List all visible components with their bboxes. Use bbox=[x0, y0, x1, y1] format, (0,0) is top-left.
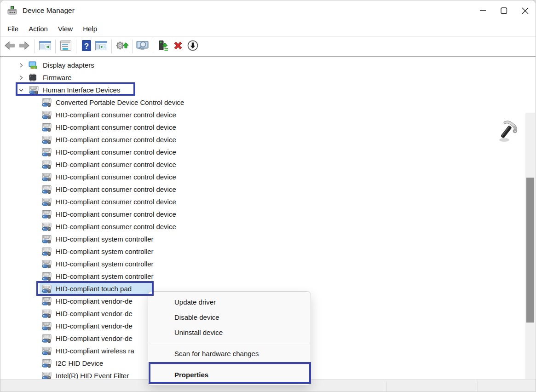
hid-icon bbox=[41, 272, 52, 281]
tree-item[interactable]: HID-compliant consumer control device bbox=[1, 220, 524, 233]
hid-icon bbox=[41, 285, 52, 293]
tree-item-label: HID-compliant consumer control device bbox=[56, 198, 176, 206]
hid-icon bbox=[41, 310, 52, 318]
toolbar-separator bbox=[35, 40, 35, 53]
tree-item[interactable]: Human Interface Devices bbox=[1, 84, 524, 96]
show-console-tree-button[interactable] bbox=[38, 39, 52, 54]
hid-icon bbox=[41, 136, 52, 144]
hid-icon bbox=[41, 322, 52, 330]
tree-item[interactable]: Converted Portable Device Control device bbox=[1, 96, 524, 109]
tree-item-label: Intel(R) HID Event Filter bbox=[56, 372, 129, 379]
hid-icon bbox=[41, 372, 52, 380]
toolbar-separator bbox=[55, 40, 56, 53]
hid-icon bbox=[29, 86, 39, 94]
context-menu: Update driverDisable deviceUninstall dev… bbox=[148, 291, 311, 386]
context-menu-item-disable-device[interactable]: Disable device bbox=[148, 310, 311, 325]
tree-item-label: HID-compliant consumer control device bbox=[56, 136, 176, 144]
tree-item[interactable]: HID-compliant consumer control device bbox=[1, 196, 524, 208]
tree-item-label: Human Interface Devices bbox=[43, 86, 120, 94]
tree-item[interactable]: Firmware bbox=[1, 71, 524, 84]
context-menu-item-update-driver[interactable]: Update driver bbox=[148, 294, 311, 310]
menu-help[interactable]: Help bbox=[78, 23, 102, 35]
minimize-button[interactable] bbox=[472, 0, 493, 21]
hid-icon bbox=[41, 359, 52, 368]
hid-icon bbox=[41, 148, 52, 156]
menu-action[interactable]: Action bbox=[23, 23, 53, 35]
update-driver-icon bbox=[157, 40, 170, 53]
update-driver-software-button[interactable] bbox=[115, 39, 129, 54]
context-menu-item-uninstall-device[interactable]: Uninstall device bbox=[148, 325, 311, 340]
hid-icon bbox=[41, 210, 52, 219]
chevron-down-icon[interactable] bbox=[17, 86, 25, 94]
properties-pane-button[interactable] bbox=[59, 39, 73, 54]
tree-item-label: HID-compliant system controller bbox=[56, 248, 154, 255]
tree-item[interactable]: HID-compliant consumer control device bbox=[1, 171, 524, 183]
chevron-right-icon[interactable] bbox=[17, 74, 25, 81]
tree-item-label: HID-compliant touch pad bbox=[56, 285, 132, 293]
tree-item[interactable]: HID-compliant consumer control device bbox=[1, 146, 524, 158]
status-bar-divider bbox=[478, 381, 478, 392]
hid-icon bbox=[41, 223, 52, 231]
uninstall-device-button[interactable] bbox=[171, 39, 185, 54]
show-action-pane-icon bbox=[95, 40, 108, 53]
tree-item-label: HID-compliant consumer control device bbox=[56, 123, 176, 131]
context-menu-item-properties[interactable]: Properties bbox=[148, 367, 311, 382]
tree-item-label: Firmware bbox=[43, 74, 72, 81]
close-button[interactable] bbox=[514, 0, 536, 21]
tree-item[interactable]: HID-compliant consumer control device bbox=[1, 208, 524, 220]
show-action-pane-button[interactable] bbox=[94, 39, 108, 54]
hid-icon bbox=[41, 248, 52, 256]
hid-icon bbox=[41, 334, 52, 343]
tree-item-label: HID-compliant consumer control device bbox=[56, 111, 176, 119]
title-bar: Device Manager bbox=[0, 0, 536, 21]
update-driver-button[interactable] bbox=[156, 39, 170, 54]
tree-item[interactable]: HID-compliant system controller bbox=[1, 270, 524, 282]
back-icon bbox=[4, 40, 16, 53]
disable-device-button[interactable] bbox=[186, 39, 200, 54]
show-console-tree-icon bbox=[39, 40, 52, 53]
firmware-icon bbox=[29, 74, 39, 82]
context-menu-item-scan-for-hardware-changes[interactable]: Scan for hardware changes bbox=[148, 346, 311, 361]
status-bar-divider bbox=[386, 381, 386, 392]
tree-item[interactable]: HID-compliant consumer control device bbox=[1, 133, 524, 146]
hid-icon bbox=[41, 173, 52, 181]
tree-item[interactable]: HID-compliant system controller bbox=[1, 258, 524, 270]
tree-item[interactable]: HID-compliant system controller bbox=[1, 233, 524, 245]
hid-icon bbox=[41, 297, 52, 306]
hid-icon bbox=[41, 347, 52, 355]
tree-item[interactable]: HID-compliant consumer control device bbox=[1, 183, 524, 196]
chevron-right-icon[interactable] bbox=[17, 62, 25, 69]
context-menu-separator bbox=[149, 343, 310, 343]
menu-bar: FileActionViewHelp bbox=[0, 21, 536, 36]
help-button[interactable]: ? bbox=[80, 39, 93, 54]
toolbar: ? bbox=[0, 36, 536, 57]
context-menu-separator bbox=[149, 364, 310, 364]
menu-view[interactable]: View bbox=[53, 23, 78, 35]
tree-item-label: HID-compliant consumer control device bbox=[56, 185, 176, 193]
hid-icon bbox=[41, 235, 52, 243]
scrollbar-thumb[interactable] bbox=[526, 178, 534, 323]
toolbar-separator bbox=[111, 40, 112, 53]
tree-item[interactable]: HID-compliant system controller bbox=[1, 245, 524, 258]
tree-item-label: HID-compliant vendor-de bbox=[56, 310, 133, 317]
tree-item-label: HID-compliant consumer control device bbox=[56, 223, 176, 231]
tree-item-label: HID-compliant system controller bbox=[56, 260, 154, 268]
scan-hardware-button[interactable] bbox=[136, 39, 150, 54]
maximize-button[interactable] bbox=[493, 0, 514, 21]
tree-item[interactable]: HID-compliant consumer control device bbox=[1, 121, 524, 133]
back-button[interactable] bbox=[3, 39, 17, 54]
svg-text:?: ? bbox=[84, 42, 89, 51]
vertical-scrollbar[interactable] bbox=[525, 113, 535, 379]
forward-button[interactable] bbox=[17, 39, 31, 54]
tree-item-label: I2C HID Device bbox=[56, 359, 103, 367]
tree-item[interactable]: HID-compliant consumer control device bbox=[1, 109, 524, 121]
hid-icon bbox=[41, 161, 52, 169]
menu-file[interactable]: File bbox=[2, 23, 23, 35]
tree-item-label: Converted Portable Device Control device bbox=[56, 98, 184, 106]
window-title: Device Manager bbox=[23, 6, 75, 15]
tree-item[interactable]: HID-compliant consumer control device bbox=[1, 158, 524, 171]
tree-item-label: HID-compliant consumer control device bbox=[56, 173, 176, 181]
tree-item[interactable]: Display adapters bbox=[1, 59, 524, 71]
toolbar-separator bbox=[76, 40, 76, 53]
display-adapters-icon bbox=[29, 61, 39, 69]
